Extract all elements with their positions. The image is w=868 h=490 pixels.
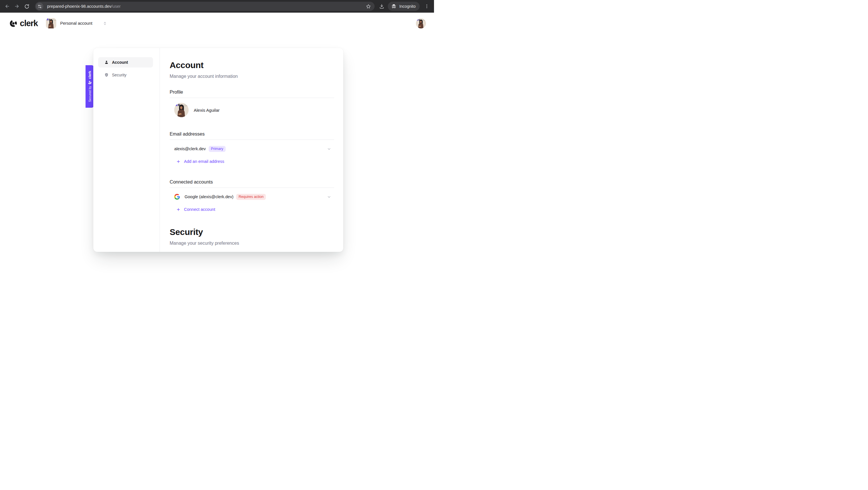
browser-toolbar: prepared-phoenix-98.accounts.dev/user In… — [0, 0, 434, 12]
url-domain: prepared-phoenix-98.accounts.dev — [47, 4, 112, 9]
shield-check-icon — [104, 73, 109, 77]
bookmark-button[interactable] — [366, 4, 371, 9]
email-row[interactable]: alexis@clerk.dev Primary — [169, 144, 334, 154]
avatar-image — [174, 103, 189, 117]
tune-icon — [37, 4, 42, 9]
connect-account-button[interactable]: Connect account — [169, 204, 334, 214]
account-switcher-avatar — [46, 18, 56, 28]
email-row-expand-button[interactable] — [327, 147, 331, 151]
secured-by-label: Secured by — [88, 86, 92, 102]
divider — [169, 188, 334, 188]
site-header: clerk Personal account — [0, 12, 434, 34]
chevron-up-down-icon — [103, 21, 107, 26]
connected-account-label: Google (alexis@clerk.dev) — [185, 195, 234, 199]
account-switcher[interactable]: Personal account — [46, 18, 107, 28]
chevron-down-icon — [327, 195, 331, 199]
chevron-down-icon — [327, 147, 331, 151]
connect-account-label: Connect account — [184, 207, 215, 212]
account-switcher-label: Personal account — [60, 21, 92, 26]
back-icon — [4, 3, 10, 9]
profile-avatar — [174, 103, 189, 117]
sidebar-item-account[interactable]: Account — [98, 57, 153, 67]
secured-by-clerk-badge[interactable]: Secured by clerk — [86, 65, 94, 108]
reload-icon — [24, 4, 30, 9]
secured-by-brand: clerk — [88, 71, 92, 79]
security-title: Security — [169, 227, 334, 237]
security-subtitle: Manage your security preferences — [169, 241, 334, 245]
requires-action-badge: Requires action — [236, 194, 266, 200]
incognito-icon — [391, 3, 397, 9]
google-icon — [174, 194, 180, 200]
page-subtitle: Manage your account information — [169, 74, 334, 79]
profile-name: Alexis Aguilar — [194, 108, 220, 113]
user-profile-card: Account Security Account Manage your acc… — [93, 48, 343, 245]
primary-badge: Primary — [209, 146, 226, 152]
connected-accounts-heading: Connected accounts — [169, 179, 334, 185]
divider — [169, 140, 334, 140]
connected-account-expand-button[interactable] — [327, 195, 331, 199]
incognito-label: Incognito — [399, 4, 415, 9]
user-icon — [104, 60, 109, 65]
url-path: /user — [112, 4, 121, 9]
profile-content: Account Manage your account information … — [160, 48, 343, 245]
connected-account-row[interactable]: Google (alexis@clerk.dev) Requires actio… — [169, 192, 334, 202]
site-settings-button[interactable] — [36, 3, 43, 10]
plus-icon — [177, 208, 180, 211]
user-menu-avatar[interactable] — [416, 19, 426, 28]
sidebar-item-security[interactable]: Security — [98, 70, 153, 80]
kebab-menu-icon — [424, 4, 429, 9]
forward-button[interactable] — [12, 1, 22, 11]
plus-icon — [177, 160, 180, 164]
clerk-logo: clerk — [9, 19, 38, 28]
page-title: Account — [169, 60, 334, 70]
clerk-wordmark: clerk — [20, 19, 38, 28]
browser-menu-button[interactable] — [422, 1, 432, 11]
download-icon — [379, 3, 384, 9]
sidebar-item-label: Account — [112, 60, 128, 65]
download-button[interactable] — [377, 1, 386, 11]
star-icon — [366, 4, 371, 9]
connected-accounts-section: Connected accounts Google (alexis@clerk.… — [169, 179, 334, 214]
forward-icon — [14, 3, 20, 9]
add-email-button[interactable]: Add an email address — [169, 156, 334, 167]
profile-row[interactable]: Alexis Aguilar — [169, 103, 334, 117]
profile-sidebar: Account Security — [93, 48, 160, 245]
avatar-image — [416, 19, 426, 28]
security-section: Security Manage your security preference… — [169, 227, 334, 245]
back-button[interactable] — [2, 1, 12, 11]
address-bar[interactable]: prepared-phoenix-98.accounts.dev/user — [35, 2, 375, 11]
reload-button[interactable] — [22, 1, 32, 11]
profile-section: Profile Alexis Aguilar — [169, 89, 334, 117]
avatar-image — [46, 18, 56, 28]
email-address: alexis@clerk.dev — [174, 146, 206, 151]
incognito-badge: Incognito — [388, 2, 420, 11]
add-email-label: Add an email address — [184, 159, 224, 164]
clerk-logo-icon — [88, 81, 92, 84]
email-addresses-heading: Email addresses — [169, 131, 334, 137]
email-addresses-section: Email addresses alexis@clerk.dev Primary… — [169, 131, 334, 167]
url-text: prepared-phoenix-98.accounts.dev/user — [47, 4, 121, 9]
sidebar-item-label: Security — [112, 73, 127, 77]
clerk-logo-icon — [9, 20, 17, 27]
profile-heading: Profile — [169, 89, 334, 95]
